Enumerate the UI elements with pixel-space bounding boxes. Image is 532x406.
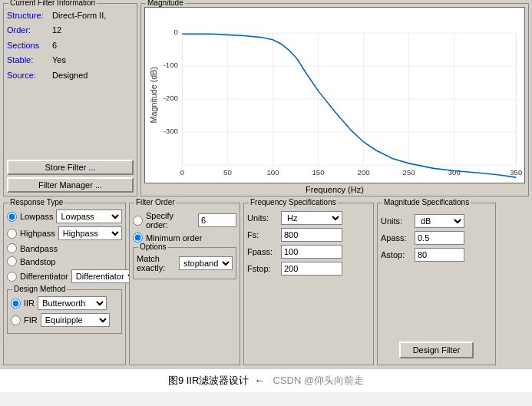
bandpass-row: Bandpass xyxy=(7,243,122,253)
structure-label: Structure: xyxy=(7,10,49,21)
units-label-freq: Units: xyxy=(247,213,278,223)
iir-label: IIR xyxy=(24,299,35,308)
svg-text:350: 350 xyxy=(510,168,522,177)
source-value: Designed xyxy=(52,70,88,81)
apass-row: Apass: xyxy=(381,231,492,245)
specify-order-label: Specify order: xyxy=(146,211,195,229)
freq-spec-panel: Frequency Specifications Units: Hz Fs: F… xyxy=(243,203,374,365)
fs-input[interactable] xyxy=(281,228,342,242)
svg-text:300: 300 xyxy=(448,168,461,177)
astop-input[interactable] xyxy=(415,248,464,262)
svg-text:Magnitude (dB): Magnitude (dB) xyxy=(149,67,158,123)
bandpass-label: Bandpass xyxy=(20,244,58,253)
astop-row: Astop: xyxy=(381,248,492,262)
fpass-label: Fpass: xyxy=(247,247,278,256)
sections-row: Sections 6 xyxy=(7,40,134,51)
svg-text:0: 0 xyxy=(174,28,178,36)
source-row: Source: Designed xyxy=(7,70,134,81)
units-row-freq: Units: Hz xyxy=(247,211,370,225)
svg-text:0: 0 xyxy=(180,168,184,177)
magnitude-panel: Magnitude Magnitude (dB) xyxy=(140,3,529,196)
highpass-row: Highpass Highpass xyxy=(7,226,122,240)
magnitude-chart: Magnitude (dB) xyxy=(145,8,524,183)
minimum-order-radio[interactable] xyxy=(133,233,143,243)
specify-order-row: Specify order: xyxy=(133,211,236,229)
specify-order-input[interactable] xyxy=(198,213,236,227)
filter-info-content: Structure: Direct-Form II, Order: 12 Sec… xyxy=(7,7,134,153)
fstop-label: Fstop: xyxy=(247,264,278,273)
units-select-freq[interactable]: Hz xyxy=(281,211,342,225)
design-method-title: Design Method xyxy=(12,285,67,293)
store-filter-button[interactable]: Store Filter ... xyxy=(7,160,134,175)
highpass-label: Highpass xyxy=(20,229,55,238)
mag-spec-title: Magnitude Specifications xyxy=(382,198,471,206)
fir-label: FIR xyxy=(24,315,38,325)
differentiator-select[interactable]: Differentiator xyxy=(71,269,138,283)
highpass-radio[interactable] xyxy=(7,229,17,239)
svg-text:-300: -300 xyxy=(164,127,178,135)
fpass-row: Fpass: xyxy=(247,245,370,259)
stable-row: Stable: Yes xyxy=(7,54,134,66)
options-title: Options xyxy=(138,243,167,251)
minimum-order-label: Minimum order xyxy=(146,233,202,243)
freq-spec-title: Frequency Specifications xyxy=(249,198,338,206)
filter-order-panel: Filter Order Specify order: Minimum orde… xyxy=(129,203,240,365)
order-value: 12 xyxy=(52,25,61,36)
structure-row: Structure: Direct-Form II, xyxy=(7,10,134,21)
filter-buttons-area: Store Filter ... Filter Manager ... xyxy=(7,153,134,193)
specify-order-radio[interactable] xyxy=(133,216,143,226)
response-type-panel: Response Type Lowpass Lowpass Highpass H… xyxy=(3,203,126,365)
fstop-input[interactable] xyxy=(281,262,342,276)
fpass-input[interactable] xyxy=(281,245,342,259)
match-label: Match exactly: xyxy=(137,254,176,272)
filter-order-title: Filter Order xyxy=(134,198,177,206)
svg-text:250: 250 xyxy=(403,168,415,177)
filter-info-title: Current Filter Information xyxy=(8,0,97,7)
svg-text:-100: -100 xyxy=(164,61,178,69)
differentiator-label: Differentiator xyxy=(20,272,68,281)
lowpass-radio[interactable] xyxy=(7,212,17,222)
match-select[interactable]: stopband xyxy=(179,256,233,270)
sections-value: 6 xyxy=(52,40,57,51)
highpass-select[interactable]: Highpass xyxy=(58,226,122,240)
magnitude-title: Magnitude xyxy=(146,0,185,7)
minimum-order-row: Minimum order xyxy=(133,233,236,243)
fir-radio[interactable] xyxy=(11,315,21,325)
match-row: Match exactly: stopband xyxy=(137,254,233,272)
svg-text:100: 100 xyxy=(266,168,279,177)
bandpass-radio[interactable] xyxy=(7,243,17,253)
units-label-mag: Units: xyxy=(381,216,411,226)
apass-input[interactable] xyxy=(415,231,464,245)
bandstop-row: Bandstop xyxy=(7,256,122,266)
units-row-mag: Units: dB xyxy=(381,214,492,228)
fir-row: FIR Equiripple xyxy=(11,313,118,327)
source-label: Source: xyxy=(7,70,49,81)
caption-arrow: ← xyxy=(254,375,264,386)
caption-credit: CSDN @仰头向前走 xyxy=(273,375,364,386)
mag-spec-panel: Magnitude Specifications Units: dB Apass… xyxy=(377,203,496,365)
stable-value: Yes xyxy=(52,54,66,66)
lowpass-select[interactable]: Lowpass xyxy=(56,210,122,223)
caption-area: 图9 IIR滤波器设计 ← CSDN @仰头向前走 xyxy=(0,368,532,392)
caption-main: 图9 IIR滤波器设计 xyxy=(168,375,249,386)
svg-text:200: 200 xyxy=(358,168,370,177)
bandstop-radio[interactable] xyxy=(7,256,17,266)
design-method-box: Design Method IIR Butterworth FIR Equiri… xyxy=(7,289,122,334)
svg-text:-200: -200 xyxy=(164,94,178,102)
units-select-mag[interactable]: dB xyxy=(415,214,464,228)
structure-value: Direct-Form II, xyxy=(52,10,106,21)
differentiator-row: Differentiator Differentiator xyxy=(7,269,122,283)
fir-select[interactable]: Equiripple xyxy=(41,313,110,327)
differentiator-radio[interactable] xyxy=(7,272,17,282)
iir-radio[interactable] xyxy=(11,299,21,309)
x-axis-label: Frequency (Hz) xyxy=(144,185,525,194)
response-type-title: Response Type xyxy=(8,198,64,206)
design-filter-button[interactable]: Design Filter xyxy=(399,342,474,358)
filter-manager-button[interactable]: Filter Manager ... xyxy=(7,177,134,193)
order-row: Order: 12 xyxy=(7,25,134,36)
iir-select[interactable]: Butterworth xyxy=(38,296,107,310)
svg-text:50: 50 xyxy=(223,168,232,177)
order-label: Order: xyxy=(7,25,49,36)
options-box: Options Match exactly: stopband xyxy=(133,247,236,279)
fstop-row: Fstop: xyxy=(247,262,370,276)
